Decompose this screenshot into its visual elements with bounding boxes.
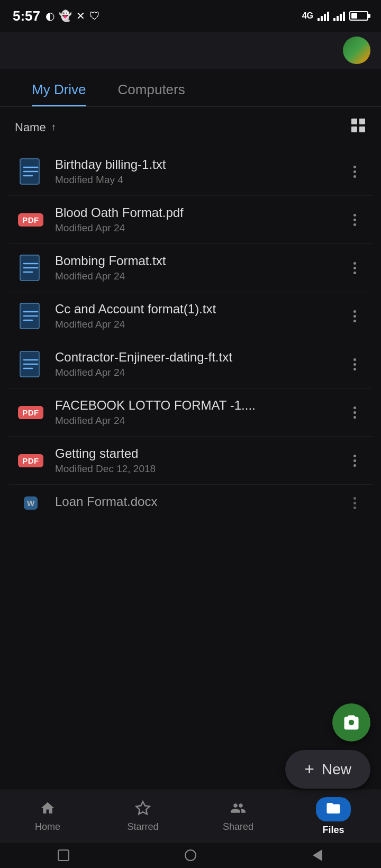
snapchat-icon: 👻 (59, 10, 72, 22)
nav-label-home: Home (35, 821, 60, 833)
bottom-nav: Home Starred Shared Files (0, 790, 381, 843)
list-item[interactable]: Bombing Format.txt Modified Apr 24 (8, 244, 373, 292)
file-icon-txt (15, 254, 47, 282)
twitter-icon: ✕ (76, 10, 85, 22)
sort-bar: Name ↑ (0, 107, 381, 148)
fab-area: + New (285, 703, 370, 789)
file-info: Bombing Format.txt Modified Apr 24 (47, 254, 343, 282)
nav-item-shared[interactable]: Shared (206, 800, 270, 833)
list-item[interactable]: Contractor-Enjineer-dating-ft.txt Modifi… (8, 340, 373, 388)
list-item[interactable]: PDF Getting started Modified Dec 12, 201… (8, 437, 373, 485)
signal-bars-2 (333, 11, 345, 21)
list-item[interactable]: PDF FACEBOOK LOTTO FORMAT -1.... Modifie… (8, 388, 373, 437)
nav-label-shared: Shared (223, 821, 253, 833)
list-item[interactable]: W Loan Format.docx (8, 485, 373, 521)
nav-label-files: Files (322, 825, 344, 836)
list-item[interactable]: PDF Blood Oath Format.pdf Modified Apr 2… (8, 196, 373, 244)
file-meta: Modified Dec 12, 2018 (55, 463, 343, 475)
svg-rect-1 (359, 119, 365, 124)
new-fab-button[interactable]: + New (285, 750, 370, 789)
system-nav (0, 843, 381, 868)
file-meta: Modified Apr 24 (55, 415, 343, 427)
list-item[interactable]: Cc and Account format(1).txt Modified Ap… (8, 292, 373, 340)
file-more-button[interactable] (343, 262, 366, 274)
file-icon-pdf: PDF (15, 406, 47, 419)
file-info: Getting started Modified Dec 12, 2018 (47, 446, 343, 475)
network-type: 4G (302, 11, 313, 21)
file-info: Cc and Account format(1).txt Modified Ap… (47, 302, 343, 330)
home-button[interactable] (181, 846, 200, 865)
file-meta: Modified Apr 24 (55, 222, 343, 234)
file-icon-pdf: PDF (15, 454, 47, 467)
signal-bars (318, 11, 329, 21)
file-more-button[interactable] (343, 310, 366, 322)
file-name: Bombing Format.txt (55, 254, 343, 268)
file-icon-txt (15, 302, 47, 330)
pdf-badge: PDF (18, 406, 43, 419)
shield-icon: 🛡 (89, 10, 100, 22)
svg-marker-20 (137, 802, 150, 815)
pdf-badge: PDF (18, 213, 43, 227)
file-more-button[interactable] (343, 406, 366, 419)
file-name: Loan Format.docx (55, 494, 343, 509)
opera-icon: ◐ (46, 10, 55, 22)
file-info: FACEBOOK LOTTO FORMAT -1.... Modified Ap… (47, 398, 343, 427)
file-name: Cc and Account format(1).txt (55, 302, 343, 317)
file-meta: Modified Apr 24 (55, 270, 343, 282)
file-name: Getting started (55, 446, 343, 461)
nav-item-starred[interactable]: Starred (111, 800, 175, 833)
file-name: Contractor-Enjineer-dating-ft.txt (55, 350, 343, 365)
file-info: Loan Format.docx (47, 494, 343, 511)
grid-view-icon[interactable] (350, 117, 366, 137)
back-button[interactable] (308, 846, 327, 865)
file-more-button[interactable] (343, 455, 366, 467)
status-right: 4G (302, 11, 368, 21)
battery-icon (349, 11, 368, 21)
pdf-badge: PDF (18, 454, 43, 467)
new-fab-label: New (322, 761, 351, 778)
file-list: Birthday billing-1.txt Modified May 4 PD… (0, 148, 381, 521)
file-icon-txt (15, 350, 47, 378)
file-info: Birthday billing-1.txt Modified May 4 (47, 157, 343, 186)
file-name: Birthday billing-1.txt (55, 157, 343, 172)
file-icon-word: W (15, 496, 47, 510)
status-time: 5:57 (13, 8, 40, 24)
svg-rect-2 (351, 126, 357, 132)
file-meta: Modified Apr 24 (55, 367, 343, 378)
file-name: Blood Oath Format.pdf (55, 205, 343, 220)
sort-label[interactable]: Name ↑ (15, 121, 56, 134)
tabs-container: My Drive Computers (0, 69, 381, 107)
file-info: Contractor-Enjineer-dating-ft.txt Modifi… (47, 350, 343, 378)
word-badge: W (24, 496, 38, 510)
recents-button[interactable] (54, 846, 73, 865)
file-meta: Modified May 4 (55, 174, 343, 186)
list-item[interactable]: Birthday billing-1.txt Modified May 4 (8, 148, 373, 196)
battery-fill (351, 13, 357, 19)
user-avatar[interactable] (343, 37, 370, 64)
file-more-button[interactable] (343, 358, 366, 370)
svg-rect-0 (351, 119, 357, 124)
camera-fab-button[interactable] (332, 703, 370, 742)
tab-computers[interactable]: Computers (102, 69, 201, 106)
top-avatar-area (0, 32, 381, 69)
file-name: FACEBOOK LOTTO FORMAT -1.... (55, 398, 343, 413)
file-info: Blood Oath Format.pdf Modified Apr 24 (47, 205, 343, 234)
sort-arrow: ↑ (51, 122, 56, 133)
file-meta: Modified Apr 24 (55, 319, 343, 330)
nav-item-home[interactable]: Home (16, 800, 79, 833)
nav-item-files[interactable]: Files (302, 797, 365, 836)
status-bar: 5:57 ◐ 👻 ✕ 🛡 4G (0, 0, 381, 32)
file-more-button[interactable] (343, 166, 366, 178)
plus-icon: + (304, 760, 314, 779)
nav-label-starred: Starred (127, 821, 158, 833)
file-icon-pdf: PDF (15, 213, 47, 227)
file-icon-txt (15, 158, 47, 185)
file-more-button[interactable] (343, 497, 366, 509)
file-more-button[interactable] (343, 214, 366, 226)
tab-my-drive[interactable]: My Drive (16, 69, 102, 106)
svg-rect-3 (359, 126, 365, 132)
